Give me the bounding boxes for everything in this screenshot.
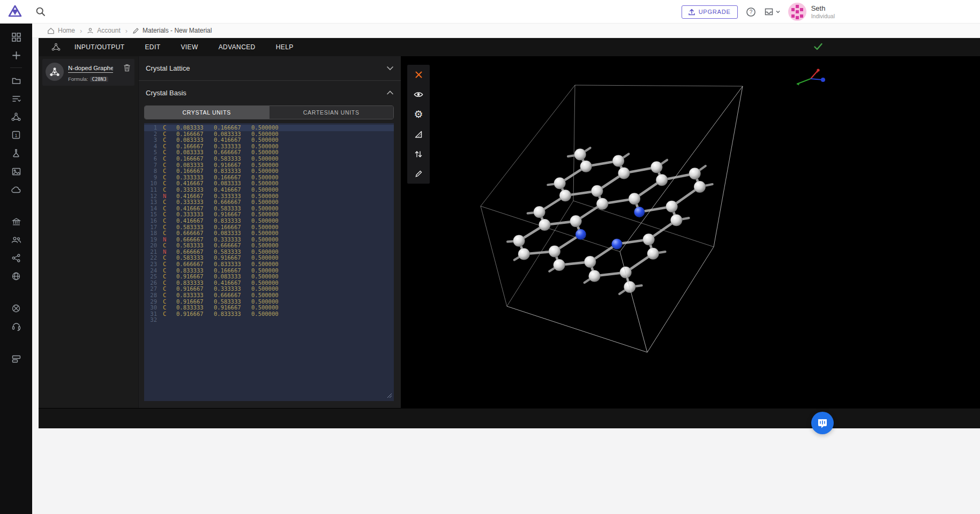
material-editor-window: INPUT/OUTPUT EDIT VIEW ADVANCED HELP bbox=[39, 38, 980, 428]
tab-crystal-units[interactable]: CRYSTAL UNITS bbox=[145, 106, 269, 119]
editor-line: 11C0.3333330.4166670.500000 bbox=[144, 187, 394, 193]
editor-menubar: INPUT/OUTPUT EDIT VIEW ADVANCED HELP bbox=[39, 38, 980, 56]
sidebar-organization-icon[interactable] bbox=[0, 213, 32, 231]
sidebar-simulations-icon[interactable] bbox=[0, 144, 32, 162]
sidebar-dashboard-icon[interactable] bbox=[0, 28, 32, 46]
carbon-atom bbox=[538, 219, 550, 231]
editor-line: 18C0.6666670.0833330.500000 bbox=[144, 230, 394, 237]
viewer-3d[interactable]: ⚙ bbox=[401, 56, 980, 408]
editor-line: 13C0.3333330.6666670.500000 bbox=[144, 199, 394, 206]
upgrade-button[interactable]: UPGRADE bbox=[682, 5, 738, 19]
search-icon[interactable] bbox=[35, 6, 46, 17]
editor-line: 1C0.0833330.1666670.500000 bbox=[144, 125, 394, 131]
sort-axes-button[interactable] bbox=[407, 144, 430, 164]
crystal-lattice-accordion[interactable]: Crystal Lattice bbox=[139, 56, 401, 80]
settings-button[interactable]: ⚙ bbox=[407, 104, 430, 124]
sidebar-explore-icon[interactable] bbox=[0, 267, 32, 285]
sidebar-create-icon[interactable] bbox=[0, 46, 32, 64]
editor-line: 6C0.1666670.5833330.500000 bbox=[144, 156, 394, 162]
units-tabs: CRYSTAL UNITS CARTESIAN UNITS bbox=[144, 105, 394, 119]
carbon-atom bbox=[580, 161, 592, 172]
carbon-atom bbox=[553, 259, 565, 271]
breadcrumb-home[interactable]: Home bbox=[47, 27, 75, 34]
user-menu[interactable]: Seth Individual bbox=[788, 3, 835, 21]
carbon-atom bbox=[612, 155, 624, 167]
sidebar-shared-icon[interactable] bbox=[0, 249, 32, 267]
help-button[interactable]: ? bbox=[746, 7, 756, 17]
crystal-basis-title: Crystal Basis bbox=[146, 89, 186, 97]
nitrogen-atom bbox=[634, 207, 645, 217]
sidebar-unit-icon[interactable]: 1 bbox=[0, 126, 32, 144]
editor-line: 28C0.8333330.6666670.500000 bbox=[144, 292, 394, 299]
menu-advanced[interactable]: ADVANCED bbox=[219, 43, 256, 51]
carbon-atom bbox=[570, 215, 582, 227]
breadcrumb-account[interactable]: Account bbox=[87, 27, 120, 34]
menu-view[interactable]: VIEW bbox=[181, 43, 198, 51]
material-formula: Formula: C28N3 bbox=[68, 76, 113, 82]
crystal-basis-accordion[interactable]: Crystal Basis bbox=[139, 81, 401, 105]
carbon-atom bbox=[666, 201, 678, 213]
resize-handle[interactable] bbox=[387, 393, 392, 399]
nitrogen-atom bbox=[575, 229, 586, 240]
sidebar-projects-icon[interactable] bbox=[0, 71, 32, 89]
menu-input-output[interactable]: INPUT/OUTPUT bbox=[74, 43, 124, 51]
menu-help[interactable]: HELP bbox=[276, 43, 294, 51]
app-logo[interactable] bbox=[8, 4, 23, 19]
gear-icon: ⚙ bbox=[414, 109, 423, 119]
trash-icon bbox=[123, 64, 131, 72]
visibility-button[interactable] bbox=[407, 85, 430, 104]
carbon-atom bbox=[574, 149, 586, 161]
upload-icon bbox=[689, 9, 695, 16]
eye-icon bbox=[414, 91, 423, 98]
logo-icon bbox=[8, 4, 23, 19]
crystal-form-panel: Crystal Lattice Crystal Basis CRYSTAL bbox=[138, 56, 401, 408]
inbox-menu-button[interactable] bbox=[764, 7, 780, 17]
carbon-atom bbox=[656, 174, 668, 186]
breadcrumb-separator: › bbox=[125, 27, 128, 35]
carbon-atom bbox=[584, 256, 596, 268]
sidebar-materials-icon[interactable] bbox=[0, 108, 32, 126]
chevron-up-icon bbox=[386, 90, 394, 95]
molecule-canvas[interactable] bbox=[401, 56, 980, 408]
material-list-item[interactable]: Formula: C28N3 bbox=[42, 59, 134, 86]
measure-button[interactable] bbox=[407, 124, 430, 144]
edit-structure-button[interactable] bbox=[407, 164, 430, 184]
set-square-icon bbox=[414, 130, 423, 139]
sidebar-cards-icon[interactable] bbox=[0, 350, 32, 368]
chat-icon bbox=[817, 418, 828, 428]
help-icon: ? bbox=[746, 7, 756, 17]
delete-material-button[interactable] bbox=[123, 64, 131, 73]
carbon-atom bbox=[629, 193, 640, 205]
carbon-atom bbox=[513, 235, 525, 247]
carbon-atom bbox=[591, 185, 603, 197]
menu-edit[interactable]: EDIT bbox=[145, 43, 160, 51]
sidebar-clusters-icon[interactable] bbox=[0, 180, 32, 199]
sidebar-jobs-icon[interactable] bbox=[0, 89, 32, 108]
user-plan: Individual bbox=[811, 13, 835, 19]
editor-line: 31C0.9166670.8333330.500000 bbox=[144, 311, 394, 318]
sidebar-support-icon[interactable] bbox=[0, 318, 32, 336]
basis-code-editor[interactable]: 1C0.0833330.1666670.5000002C0.1666670.08… bbox=[144, 123, 394, 401]
atoms bbox=[513, 149, 706, 293]
sidebar-media-icon[interactable] bbox=[0, 162, 32, 180]
materials-list-panel: Formula: C28N3 bbox=[39, 56, 138, 408]
editor-line: 16C0.4166670.8333330.500000 bbox=[144, 218, 394, 224]
material-name-input[interactable] bbox=[68, 64, 113, 73]
chat-launcher-button[interactable] bbox=[811, 412, 834, 434]
editor-line: 8C0.1666670.8333330.500000 bbox=[144, 168, 394, 175]
close-viewer-button[interactable] bbox=[407, 65, 430, 85]
save-check-button[interactable] bbox=[813, 42, 823, 53]
tab-cartesian-units[interactable]: CARTESIAN UNITS bbox=[269, 106, 394, 119]
crystal-lattice-title: Crystal Lattice bbox=[146, 64, 190, 72]
svg-text:?: ? bbox=[749, 9, 752, 15]
arrows-up-down-icon bbox=[414, 150, 423, 158]
person-icon bbox=[87, 27, 94, 34]
sidebar-teams-icon[interactable] bbox=[0, 231, 32, 249]
inbox-icon bbox=[764, 7, 775, 17]
upgrade-label: UPGRADE bbox=[699, 9, 731, 15]
avatar[interactable] bbox=[788, 3, 806, 21]
material-thumbnail bbox=[46, 63, 64, 81]
sidebar-sphere-icon[interactable] bbox=[0, 299, 32, 318]
carbon-atom bbox=[650, 161, 662, 173]
molecule-icon bbox=[51, 43, 61, 51]
